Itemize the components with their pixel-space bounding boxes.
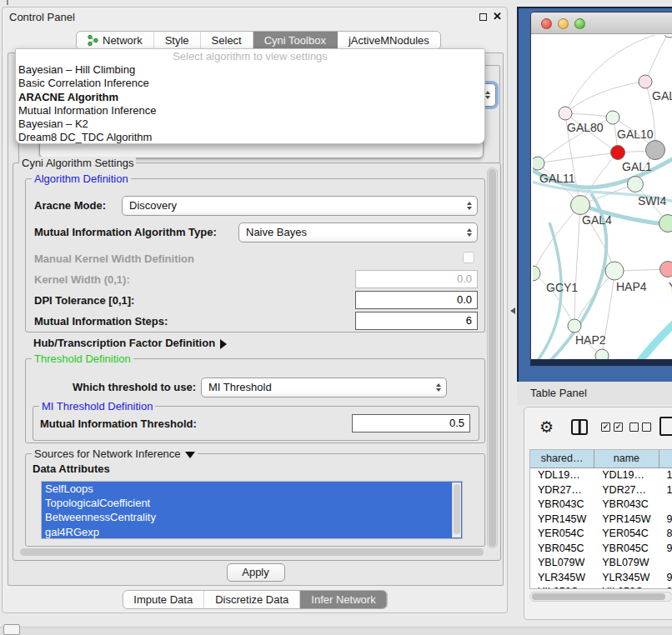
node-gal80[interactable] <box>559 107 572 120</box>
table-row[interactable]: YIL052CYIL052C9. <box>530 585 672 589</box>
zoom-traffic-icon[interactable] <box>574 18 585 29</box>
scrollbar-thumb[interactable] <box>532 593 665 600</box>
apply-button[interactable]: Apply <box>227 563 285 582</box>
document-icon[interactable] <box>659 417 672 436</box>
table-row[interactable]: YBL079WYBL079W <box>530 556 672 571</box>
node-top-partial[interactable] <box>663 35 672 38</box>
tab-impute-data[interactable]: Impute Data <box>123 591 204 608</box>
table-row[interactable]: YDR27…YDR27…12 <box>530 483 672 498</box>
close-icon[interactable]: ✕ <box>493 10 502 22</box>
node-gray[interactable] <box>646 141 665 160</box>
checkbox-checked-icon[interactable]: ✓ <box>601 422 610 432</box>
mi-steps-field[interactable]: 6 <box>355 312 478 330</box>
checkbox-unchecked-icon[interactable] <box>629 422 639 432</box>
table-horizontal-scrollbar[interactable] <box>529 592 672 602</box>
network-tab-icon <box>88 35 98 46</box>
mi-algorithm-type-select[interactable]: Naive Bayes <box>238 222 478 242</box>
node-gal10[interactable] <box>606 111 619 124</box>
cell: YPR145W <box>594 512 659 528</box>
tab-infer-network[interactable]: Infer Network <box>300 591 386 608</box>
hub-definition-toggle[interactable]: Hub/Transcription Factor Definition <box>33 337 227 349</box>
table-panel-titlebar: Table Panel <box>517 382 672 405</box>
mi-threshold-field[interactable]: 0.5 <box>352 414 470 432</box>
manual-kernel-width-checkbox[interactable] <box>463 252 474 263</box>
checkbox-unchecked-icon[interactable] <box>642 422 651 432</box>
combo-spinner-icon <box>485 91 490 99</box>
node-gal11[interactable] <box>533 157 544 170</box>
table-panel-body: ⚙ ✓ ✓ shared… name YDL19…YDL19…13 YDR27…… <box>524 407 672 620</box>
list-item[interactable]: gal4RGexp <box>42 525 462 539</box>
sources-legend[interactable]: Sources for Network Inference <box>32 448 198 460</box>
cell: YER054C <box>594 527 659 542</box>
algorithm-option[interactable]: Dream8 DC_TDC Algorithm <box>16 131 484 144</box>
table-row[interactable]: YDL19…YDL19…13 <box>530 468 672 483</box>
settings-vertical-scrollbar[interactable] <box>487 168 498 548</box>
tab-infer-network-label: Infer Network <box>311 593 375 606</box>
node-gal4[interactable] <box>571 196 590 215</box>
which-threshold-label: Which threshold to use: <box>73 381 196 393</box>
cyni-algorithm-settings-group: Cyni Algorithm Settings Algorithm Defini… <box>13 162 501 561</box>
table-header-row: shared… name <box>530 450 672 468</box>
tab-network[interactable]: Network <box>77 32 154 49</box>
tab-network-label: Network <box>103 34 143 47</box>
column-header[interactable]: shared… <box>530 450 594 468</box>
dpi-tolerance-field[interactable]: 0.0 <box>355 291 478 309</box>
node-hap2[interactable] <box>568 319 581 332</box>
table-row[interactable]: YER054CYER054C8. <box>530 527 672 542</box>
list-vertical-scrollbar[interactable] <box>452 482 461 538</box>
list-item[interactable]: TopologicalCoefficient <box>42 496 462 510</box>
gear-icon[interactable]: ⚙ <box>539 418 554 437</box>
mi-steps-label: Mutual Information Steps: <box>34 315 168 328</box>
tab-jactivemnodules[interactable]: jActiveMNodules <box>338 32 440 49</box>
table-row[interactable]: YLR345WYLR345W9. <box>530 571 672 586</box>
which-threshold-select[interactable]: MI Threshold <box>201 378 447 398</box>
tab-discretize-data[interactable]: Discretize Data <box>204 591 300 608</box>
bottom-left-button[interactable] <box>3 624 20 635</box>
algorithm-option[interactable]: Basic Correlation Inference <box>16 77 484 90</box>
bottom-strip <box>0 627 672 635</box>
node-green-right[interactable] <box>659 215 672 232</box>
close-traffic-icon[interactable] <box>541 18 552 29</box>
sources-group: Sources for Network Inference Data Attri… <box>25 453 485 547</box>
checkbox-checked-icon[interactable]: ✓ <box>614 422 623 432</box>
node-swi4[interactable] <box>628 177 644 192</box>
list-item[interactable]: SelfLoops <box>42 482 462 496</box>
list-item[interactable]: BetweennessCentrality <box>42 510 462 524</box>
node-gal1[interactable] <box>611 146 625 160</box>
splitter-collapse-icon[interactable] <box>510 308 515 314</box>
node-hap4[interactable] <box>605 262 624 280</box>
cell: YBR043C <box>594 498 659 512</box>
minimize-traffic-icon[interactable] <box>558 18 569 29</box>
aracne-mode-select[interactable]: Discovery <box>122 196 478 216</box>
tab-cyni-toolbox[interactable]: Cyni Toolbox <box>253 32 338 49</box>
algorithm-option-selected[interactable]: ARACNE Algorithm <box>16 91 484 104</box>
algorithm-option[interactable]: Bayesian – Hill Climbing <box>16 63 484 77</box>
table-row[interactable]: YBR043CYBR043C <box>530 498 672 512</box>
node-attribute-table[interactable]: shared… name YDL19…YDL19…13 YDR27…YDR27…… <box>529 449 672 589</box>
node-salmon[interactable] <box>660 262 672 278</box>
network-canvas[interactable]: GALGAL80GAL10GAL1GAL11SWI4GAL4GCY1HAP4YH… <box>533 35 672 360</box>
data-attributes-list[interactable]: SelfLoops TopologicalCoefficient Between… <box>41 481 463 539</box>
node-label-Y: Y <box>669 280 672 293</box>
kernel-width-field[interactable]: 0.0 <box>355 270 478 288</box>
column-layout-icon[interactable] <box>571 419 588 435</box>
column-header[interactable] <box>659 450 672 468</box>
mi-algorithm-type-value: Naive Bayes <box>246 226 307 238</box>
table-row[interactable]: YBR045CYBR045C9. <box>530 542 672 557</box>
algorithm-option[interactable]: Mutual Information Inference <box>16 104 484 118</box>
mi-threshold-definition-group: MI Threshold Definition Mutual Informati… <box>33 406 479 441</box>
cell: YBR045C <box>594 542 659 557</box>
node-label-HAP4: HAP4 <box>616 280 647 293</box>
node-pink-top[interactable] <box>639 75 652 88</box>
scrollbar-thumb[interactable] <box>489 169 496 547</box>
algorithm-option[interactable]: Bayesian – K2 <box>16 118 484 131</box>
scrollbar-thumb[interactable] <box>454 484 460 534</box>
settings-horizontal-scrollbar[interactable] <box>20 548 484 556</box>
network-window-titlebar[interactable] <box>531 12 672 34</box>
table-row[interactable]: YPR145WYPR145W9. <box>530 512 672 528</box>
tab-select[interactable]: Select <box>201 32 253 49</box>
node-bottom[interactable] <box>595 349 609 360</box>
float-window-icon[interactable] <box>479 13 487 21</box>
column-header[interactable]: name <box>594 450 659 468</box>
tab-style[interactable]: Style <box>154 32 201 49</box>
